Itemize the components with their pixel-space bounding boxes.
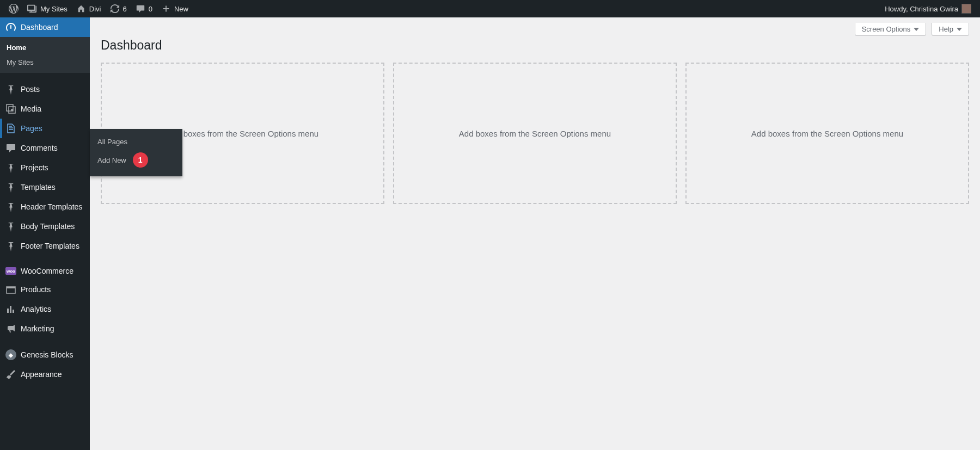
sidebar-item-projects[interactable]: Projects — [0, 158, 90, 177]
wp-logo-menu[interactable] — [4, 0, 23, 17]
annotation-badge: 1 — [133, 152, 148, 168]
pin-icon — [5, 201, 16, 212]
comment-icon — [5, 143, 16, 153]
sidebar-item-label: Media — [21, 104, 41, 113]
adminbar-comments-count: 0 — [149, 5, 152, 13]
flyout-item-label: All Pages — [97, 138, 127, 146]
products-icon — [5, 284, 16, 295]
adminbar-site-name-label: Divi — [89, 5, 101, 13]
submenu-my-sites[interactable]: My Sites — [0, 55, 90, 70]
help-label: Help — [939, 25, 953, 33]
adminbar-my-sites[interactable]: My Sites — [23, 0, 72, 17]
placeholder-text: Add boxes from the Screen Options menu — [167, 129, 318, 138]
sidebar-item-dashboard[interactable]: Dashboard — [0, 17, 90, 37]
sidebar-item-products[interactable]: Products — [0, 280, 90, 299]
sidebar-item-genesis-blocks[interactable]: ◆ Genesis Blocks — [0, 345, 90, 365]
adminbar-my-sites-label: My Sites — [40, 5, 68, 13]
screen-meta-links: Screen Options Help — [101, 23, 969, 36]
genesis-icon: ◆ — [5, 349, 16, 360]
sidebar-item-marketing[interactable]: Marketing — [0, 319, 90, 338]
svg-rect-2 — [7, 287, 15, 288]
sidebar-item-label: Header Templates — [21, 202, 82, 211]
sidebar-item-label: Body Templates — [21, 222, 75, 231]
dashboard-widgets: Add boxes from the Screen Options menu A… — [101, 63, 969, 204]
brush-icon — [5, 369, 16, 380]
sidebar-item-body-templates[interactable]: Body Templates — [0, 217, 90, 236]
placeholder-text: Add boxes from the Screen Options menu — [751, 129, 903, 138]
media-icon — [5, 103, 16, 114]
sidebar-item-label: Products — [21, 285, 51, 294]
sidebar-item-label: Comments — [21, 144, 58, 152]
widget-placeholder: Add boxes from the Screen Options menu — [685, 63, 969, 204]
sidebar-item-label: Marketing — [21, 324, 54, 333]
comment-icon — [136, 4, 145, 14]
adminbar-new[interactable]: New — [157, 0, 193, 17]
sidebar-item-pages[interactable]: Pages — [0, 119, 90, 138]
adminbar-site-name[interactable]: Divi — [72, 0, 106, 17]
analytics-icon — [5, 304, 16, 315]
dashboard-icon — [5, 22, 16, 33]
adminbar-updates-count: 6 — [123, 5, 127, 13]
sidebar-item-header-templates[interactable]: Header Templates — [0, 197, 90, 217]
sidebar-item-label: Templates — [21, 183, 56, 192]
sidebar-item-label: Genesis Blocks — [21, 350, 73, 359]
multisite-icon — [27, 4, 37, 14]
placeholder-text: Add boxes from the Screen Options menu — [459, 129, 611, 138]
admin-sidebar: Dashboard Home My Sites Posts Media Page… — [0, 17, 90, 450]
help-button[interactable]: Help — [932, 23, 969, 36]
page-icon — [5, 123, 16, 134]
screen-options-label: Screen Options — [862, 25, 911, 33]
svg-point-0 — [11, 109, 13, 111]
screen-options-button[interactable]: Screen Options — [855, 23, 927, 36]
submenu-home[interactable]: Home — [0, 40, 90, 55]
sidebar-item-label: Analytics — [21, 305, 51, 313]
megaphone-icon — [5, 323, 16, 334]
avatar — [961, 4, 971, 14]
sidebar-item-media[interactable]: Media — [0, 99, 90, 119]
widget-placeholder: Add boxes from the Screen Options menu — [393, 63, 677, 204]
adminbar-comments[interactable]: 0 — [131, 0, 157, 17]
sidebar-item-label: Footer Templates — [21, 242, 79, 250]
adminbar-new-label: New — [174, 5, 188, 13]
sidebar-item-appearance[interactable]: Appearance — [0, 365, 90, 384]
admin-bar: My Sites Divi 6 0 New Howdy, Christina G… — [0, 0, 980, 17]
chevron-down-icon — [914, 28, 919, 31]
sidebar-item-label: WooCommerce — [21, 267, 74, 275]
sidebar-item-label: Posts — [21, 85, 40, 94]
flyout-add-new[interactable]: Add New 1 — [90, 149, 182, 171]
home-icon — [76, 4, 86, 14]
pin-icon — [5, 182, 16, 193]
refresh-icon — [110, 4, 120, 14]
sidebar-item-woocommerce[interactable]: woo WooCommerce — [0, 262, 90, 280]
sidebar-item-label: Appearance — [21, 370, 62, 379]
sidebar-item-comments[interactable]: Comments — [0, 138, 90, 158]
sidebar-item-analytics[interactable]: Analytics — [0, 299, 90, 319]
pages-flyout-submenu: All Pages Add New 1 — [90, 129, 182, 176]
chevron-down-icon — [957, 28, 962, 31]
sidebar-item-templates[interactable]: Templates — [0, 177, 90, 197]
flyout-item-label: Add New — [97, 156, 126, 164]
pin-icon — [5, 221, 16, 232]
sidebar-item-posts[interactable]: Posts — [0, 79, 90, 99]
pin-icon — [5, 241, 16, 251]
sidebar-item-label: Pages — [21, 124, 42, 133]
wordpress-logo-icon — [9, 4, 19, 14]
woocommerce-icon: woo — [5, 267, 16, 275]
page-title: Dashboard — [101, 38, 969, 53]
adminbar-updates[interactable]: 6 — [106, 0, 131, 17]
plus-icon — [161, 4, 171, 14]
pin-icon — [5, 84, 16, 95]
adminbar-howdy-text: Howdy, Christina Gwira — [885, 5, 958, 13]
sidebar-item-label: Dashboard — [21, 23, 58, 32]
sidebar-item-label: Projects — [21, 163, 48, 172]
sidebar-item-footer-templates[interactable]: Footer Templates — [0, 236, 90, 256]
flyout-all-pages[interactable]: All Pages — [90, 134, 182, 149]
pin-icon — [5, 162, 16, 173]
adminbar-user-menu[interactable]: Howdy, Christina Gwira — [880, 0, 976, 17]
dashboard-submenu: Home My Sites — [0, 37, 90, 73]
main-content: Screen Options Help Dashboard Add boxes … — [90, 17, 980, 450]
